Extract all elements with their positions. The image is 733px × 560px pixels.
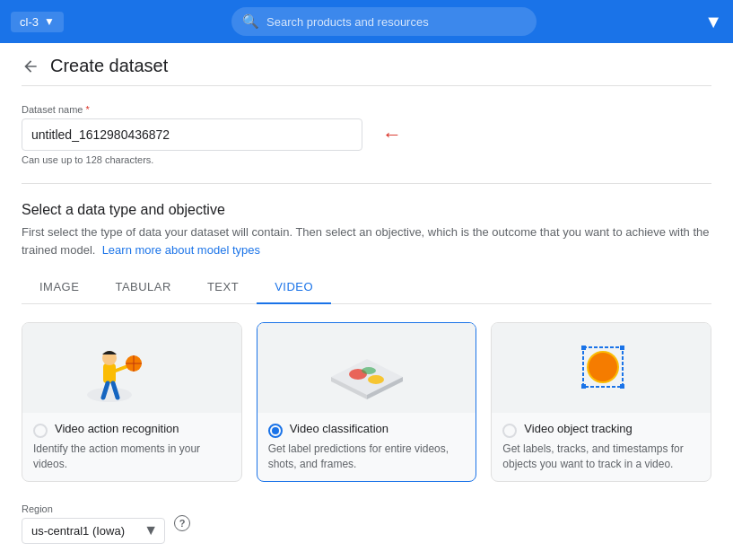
dataset-name-section: Dataset name * ← Can use up to 128 chara…	[22, 104, 711, 165]
card-classification[interactable]: Video classification Get label predictio…	[257, 322, 477, 482]
region-select-wrap: us-central1 (Iowa) us-east1 europe-west4…	[22, 518, 165, 544]
input-arrow-indicator: ←	[382, 123, 402, 146]
apps-chevron: ▼	[704, 12, 722, 32]
tab-text[interactable]: TEXT	[189, 271, 257, 304]
region-section: Region us-central1 (Iowa) us-east1 europ…	[22, 503, 711, 544]
tab-video[interactable]: VIDEO	[257, 271, 331, 304]
card-object-tracking[interactable]: Video object tracking Get labels, tracks…	[491, 322, 711, 482]
search-bar[interactable]: 🔍 Search products and resources	[231, 7, 537, 36]
dataset-name-hint: Can use up to 128 characters.	[22, 154, 711, 165]
topbar-right: ▼	[704, 12, 722, 32]
card-classification-title: Video classification	[290, 422, 388, 435]
card-action-radio: Video action recognition	[33, 422, 231, 438]
card-tracking-desc: Get labels, tracks, and timestamps for o…	[502, 442, 700, 472]
card-classification-desc: Get label predictions for entire videos,…	[268, 442, 466, 472]
region-label: Region	[22, 503, 165, 514]
card-action-title: Video action recognition	[55, 422, 179, 435]
svg-point-19	[589, 353, 617, 381]
topbar-left: cl-3 ▼	[11, 12, 64, 32]
region-select[interactable]: us-central1 (Iowa) us-east1 europe-west4…	[22, 518, 165, 544]
objective-cards: Video action recognition Identify the ac…	[22, 322, 711, 482]
input-wrapper: ←	[22, 118, 362, 151]
svg-rect-21	[581, 346, 586, 350]
search-area: 🔍 Search products and resources	[71, 7, 697, 36]
tab-tabular[interactable]: TABULAR	[97, 271, 189, 304]
svg-point-1	[87, 388, 132, 402]
radio-action[interactable]	[33, 424, 48, 438]
topbar: cl-3 ▼ 🔍 Search products and resources ▼	[0, 0, 733, 43]
card-classification-radio: Video classification	[268, 422, 466, 438]
project-dropdown-icon: ▼	[44, 15, 55, 28]
region-help-icon[interactable]: ?	[174, 515, 190, 531]
search-placeholder: Search products and resources	[266, 15, 429, 29]
tab-image[interactable]: IMAGE	[22, 271, 97, 304]
svg-rect-2	[103, 363, 116, 383]
svg-rect-22	[620, 346, 624, 350]
search-icon: 🔍	[242, 13, 259, 30]
svg-point-15	[368, 375, 384, 384]
page-header: Create dataset	[22, 43, 711, 86]
project-selector[interactable]: cl-3 ▼	[11, 12, 64, 32]
card-tracking-radio-row: Video object tracking	[502, 422, 700, 438]
data-type-section: Select a data type and objective First s…	[22, 202, 711, 482]
card-classification-image	[257, 323, 476, 413]
page-title: Create dataset	[50, 56, 168, 76]
card-action-body: Video action recognition Identify the ac…	[22, 413, 241, 481]
section-desc: First select the type of data your datas…	[22, 223, 711, 258]
section-title: Select a data type and objective	[22, 202, 711, 218]
learn-more-model-link[interactable]: Learn more about model types	[102, 243, 260, 257]
card-action-desc: Identify the action moments in your vide…	[33, 442, 231, 472]
card-action-image	[22, 323, 241, 413]
dataset-name-input[interactable]	[22, 118, 362, 151]
card-tracking-image	[492, 323, 711, 413]
card-action-recognition[interactable]: Video action recognition Identify the ac…	[22, 322, 242, 482]
svg-point-16	[362, 367, 376, 374]
card-classification-body: Video classification Get label predictio…	[257, 413, 476, 481]
type-tabs: IMAGE TABULAR TEXT VIDEO	[22, 271, 711, 304]
card-tracking-body: Video object tracking Get labels, tracks…	[492, 413, 711, 481]
card-tracking-title: Video object tracking	[524, 422, 632, 435]
region-field: Region us-central1 (Iowa) us-east1 europ…	[22, 503, 165, 544]
divider-1	[22, 183, 711, 184]
back-button[interactable]	[22, 57, 39, 75]
main-content: Create dataset Dataset name * ← Can use …	[0, 43, 733, 560]
svg-rect-24	[620, 384, 624, 389]
dataset-name-label: Dataset name *	[22, 104, 711, 115]
radio-classification[interactable]	[268, 424, 283, 438]
project-name: cl-3	[20, 15, 39, 29]
svg-rect-23	[581, 384, 586, 389]
radio-tracking[interactable]	[502, 424, 517, 438]
